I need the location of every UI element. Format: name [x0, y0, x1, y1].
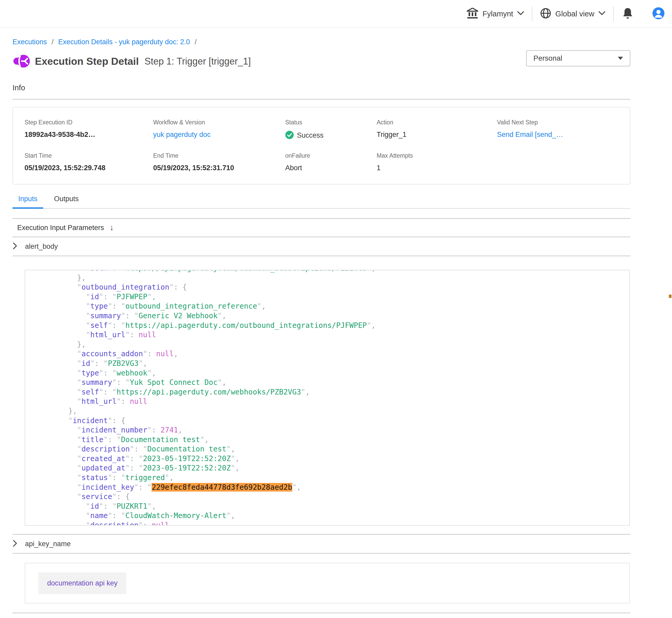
workflow-step-icon	[12, 53, 30, 70]
avatar	[652, 7, 665, 20]
alert-body-label: alert_body	[25, 242, 58, 250]
field-end-time: End Time 05/19/2023, 15:52:31.710	[153, 152, 285, 172]
chevron-right-icon	[13, 540, 17, 548]
workflow-link[interactable]: yuk pagerduty doc	[153, 131, 211, 138]
top-bar: Fylamynt Global view	[0, 0, 672, 28]
field-start-time: Start Time 05/19/2023, 15:52:29.748	[24, 152, 153, 172]
status-badge: Success	[285, 131, 376, 140]
organization-icon	[467, 8, 478, 20]
scope-select[interactable]: Personal	[526, 50, 630, 66]
scope-selected-value: Personal	[533, 54, 562, 63]
breadcrumb: Executions / Execution Details - yuk pag…	[12, 38, 630, 46]
chevron-down-icon	[599, 11, 605, 16]
section-api-key-value[interactable]: api_key_value	[12, 613, 630, 618]
step-subtitle: Step 1: Trigger [trigger_1]	[145, 56, 251, 67]
execution-input-parameters-header: Execution Input Parameters ↓	[12, 218, 630, 237]
title-row: Execution Step Detail Step 1: Trigger [t…	[12, 52, 630, 71]
tab-inputs[interactable]: Inputs	[12, 195, 43, 208]
globe-icon	[540, 8, 551, 20]
view-switcher[interactable]: Global view	[532, 8, 613, 20]
api-key-name-chip: documentation api key	[38, 573, 126, 594]
breadcrumb-separator: /	[52, 38, 54, 46]
execution-input-parameters-label: Execution Input Parameters	[17, 224, 104, 232]
json-code: "self": "https://api.pagerduty.com/webho…	[25, 270, 629, 526]
execution-step-detail-page: Fylamynt Global view	[0, 0, 672, 618]
chevron-down-icon	[517, 11, 524, 16]
section-api-key-value-wrap: api_key_value	[12, 613, 630, 618]
section-alert-body[interactable]: alert_body	[12, 237, 630, 256]
breadcrumb-executions[interactable]: Executions	[12, 38, 47, 46]
org-switcher[interactable]: Fylamynt	[459, 8, 532, 20]
field-valid-next-step: Valid Next Step Send Email [send_…	[497, 119, 630, 140]
scrollbar-find-marker	[669, 295, 671, 298]
field-action: Action Trigger_1	[376, 119, 497, 140]
view-name: Global view	[555, 10, 594, 18]
field-status: Status Success	[285, 119, 376, 140]
field-workflow-version: Workflow & Version yuk pagerduty doc	[153, 119, 285, 140]
api-key-name-label: api_key_name	[25, 540, 71, 548]
org-name: Fylamynt	[482, 10, 513, 18]
divider	[12, 99, 630, 100]
caret-down-icon	[618, 57, 623, 60]
info-card: Step Execution ID 18992a43-9538-4b2… Wor…	[12, 107, 630, 185]
field-max-attempts: Max Attempts 1	[376, 152, 497, 172]
info-heading: Info	[12, 84, 630, 92]
next-step-link[interactable]: Send Email [send_…	[497, 131, 563, 138]
detail-tabs: Inputs Outputs	[12, 195, 630, 209]
section-api-key-name[interactable]: api_key_name	[12, 535, 630, 554]
breadcrumb-separator: /	[194, 38, 197, 46]
field-step-execution-id: Step Execution ID 18992a43-9538-4b2…	[24, 119, 153, 140]
api-key-name-value-box: documentation api key	[25, 563, 630, 603]
alert-body-json-viewer[interactable]: "self": "https://api.pagerduty.com/webho…	[25, 270, 630, 526]
success-check-icon	[285, 131, 294, 140]
notifications-button[interactable]	[614, 7, 642, 20]
page-title: Execution Step Detail	[35, 56, 139, 67]
chevron-right-icon	[13, 242, 17, 250]
download-arrow-icon[interactable]: ↓	[110, 223, 114, 232]
breadcrumb-execution-details[interactable]: Execution Details - yuk pagerduty doc: 2…	[58, 38, 190, 46]
bell-icon	[622, 7, 633, 20]
tab-outputs[interactable]: Outputs	[49, 195, 85, 208]
user-menu[interactable]	[642, 7, 668, 20]
field-onfailure: onFailure Abort	[285, 152, 376, 172]
